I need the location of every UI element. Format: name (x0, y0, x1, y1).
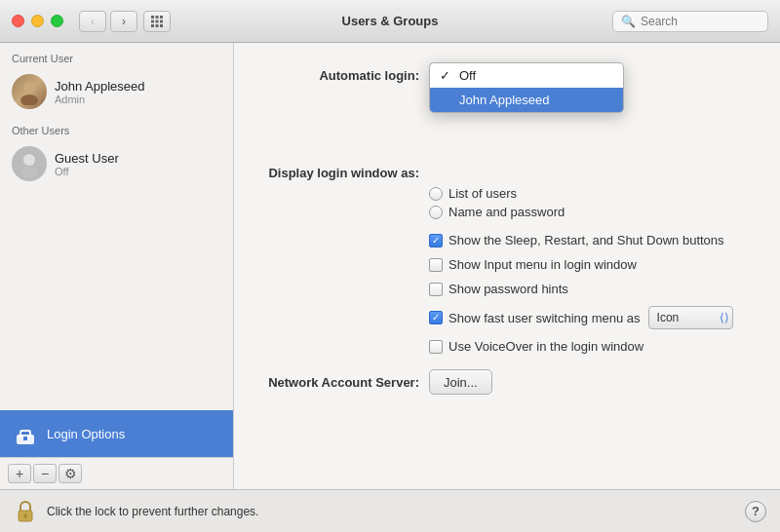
lock-text: Click the lock to prevent further change… (47, 505, 258, 518)
svg-rect-6 (151, 24, 154, 27)
dropdown-popup: Off John Appleseed (429, 62, 624, 113)
checkbox-sleep-label: Show the Sleep, Restart, and Shut Down b… (448, 233, 724, 247)
checkbox-sleep-restart[interactable]: Show the Sleep, Restart, and Shut Down b… (429, 233, 751, 247)
bottom-bar: Click the lock to prevent further change… (0, 489, 780, 532)
dropdown-option-off[interactable]: Off (430, 63, 623, 88)
radio-circle-list (429, 187, 443, 201)
guest-user-item[interactable]: Guest User Off (0, 140, 233, 187)
sidebar: Current User John Appleseed Admin Other … (0, 43, 234, 489)
svg-point-9 (23, 82, 35, 94)
search-input[interactable] (641, 15, 760, 28)
avatar (12, 74, 47, 109)
checkbox-voiceover[interactable]: Use VoiceOver in the login window (429, 339, 751, 354)
svg-rect-18 (24, 515, 26, 518)
forward-button[interactable]: › (110, 11, 137, 32)
login-options-icon (12, 420, 39, 447)
svg-rect-2 (160, 16, 163, 19)
automatic-login-dropdown-container: Off John Appleseed (429, 62, 546, 88)
checkbox-group: Show the Sleep, Restart, and Shut Down b… (429, 233, 751, 354)
help-button[interactable]: ? (745, 501, 766, 522)
checkbox-hints-label: Show password hints (448, 282, 568, 296)
nav-buttons: ‹ › (79, 11, 137, 32)
add-user-button[interactable]: + (8, 464, 31, 483)
back-button[interactable]: ‹ (79, 11, 106, 32)
icon-select[interactable]: Icon Name Full Name (648, 306, 733, 329)
search-bar[interactable]: 🔍 (612, 11, 768, 32)
other-users-label: Other Users (0, 115, 233, 140)
checkbox-sleep-box (429, 234, 443, 247)
checkbox-fast-box (429, 311, 443, 324)
login-options-label: Login Options (47, 427, 125, 441)
svg-rect-7 (156, 24, 159, 27)
guest-user-role: Off (55, 166, 119, 177)
current-user-name: John Appleseed (55, 79, 145, 94)
radio-circle-name (429, 206, 443, 219)
svg-rect-14 (20, 431, 30, 437)
checkbox-password-hints[interactable]: Show password hints (429, 282, 751, 296)
checkbox-input-label: Show Input menu in login window (448, 257, 637, 272)
radio-name-password[interactable]: Name and password (429, 205, 751, 219)
right-panel: Automatic login: Off John Appleseed Disp… (234, 43, 780, 489)
settings-button[interactable]: ⚙ (58, 464, 82, 483)
remove-user-button[interactable]: − (33, 464, 57, 483)
network-account-label: Network Account Server: (263, 375, 419, 390)
svg-rect-8 (160, 24, 163, 27)
current-user-role: Admin (55, 94, 145, 105)
automatic-login-label: Automatic login: (263, 68, 419, 83)
dropdown-option-john[interactable]: John Appleseed (430, 88, 623, 112)
current-user-item[interactable]: John Appleseed Admin (0, 68, 233, 115)
svg-point-10 (20, 95, 38, 105)
svg-rect-1 (156, 16, 159, 19)
radio-label-list: List of users (448, 186, 517, 201)
svg-rect-0 (151, 16, 154, 19)
login-options-item[interactable]: Login Options (0, 410, 233, 457)
automatic-login-row: Automatic login: Off John Appleseed (263, 62, 751, 88)
title-bar: ‹ › Users & Groups 🔍 (0, 0, 780, 43)
join-button[interactable]: Join... (429, 369, 492, 395)
svg-point-11 (23, 154, 35, 166)
search-icon: 🔍 (621, 15, 636, 28)
checkbox-fast-user[interactable]: Show fast user switching menu as Icon Na… (429, 306, 751, 329)
radio-label-name: Name and password (448, 205, 565, 219)
checkbox-voiceover-label: Use VoiceOver in the login window (448, 339, 644, 354)
checkbox-hints-box (429, 283, 443, 296)
checkbox-input-menu[interactable]: Show Input menu in login window (429, 257, 751, 272)
radio-list-of-users[interactable]: List of users (429, 186, 751, 201)
network-account-row: Network Account Server: Join... (263, 369, 751, 395)
checkbox-input-box (429, 258, 443, 272)
fast-user-select-row: Show fast user switching menu as Icon Na… (448, 306, 733, 329)
maximize-button[interactable] (51, 15, 63, 27)
current-user-label: Current User (0, 43, 233, 68)
main-content: Current User John Appleseed Admin Other … (0, 43, 780, 489)
checkbox-voiceover-box (429, 340, 443, 354)
svg-rect-3 (151, 19, 154, 22)
guest-user-info: Guest User Off (55, 151, 119, 177)
window-controls (12, 15, 63, 27)
guest-avatar (12, 146, 47, 181)
current-user-info: John Appleseed Admin (55, 79, 145, 105)
display-login-row: Display login window as: (263, 166, 751, 180)
lock-button[interactable] (14, 498, 37, 525)
close-button[interactable] (12, 15, 24, 27)
sidebar-toolbar: + − ⚙ (0, 457, 233, 489)
radio-group: List of users Name and password (429, 186, 751, 219)
minimize-button[interactable] (31, 15, 44, 27)
display-login-label: Display login window as: (263, 166, 419, 180)
window-title: Users & Groups (342, 14, 439, 28)
checkbox-fast-label: Show fast user switching menu as (448, 311, 641, 325)
grid-button[interactable] (143, 11, 171, 32)
guest-user-name: Guest User (55, 151, 119, 166)
svg-point-12 (20, 167, 38, 177)
svg-rect-4 (156, 19, 159, 22)
icon-select-wrapper: Icon Name Full Name (648, 306, 733, 329)
svg-rect-5 (160, 19, 163, 22)
svg-rect-15 (23, 437, 27, 440)
